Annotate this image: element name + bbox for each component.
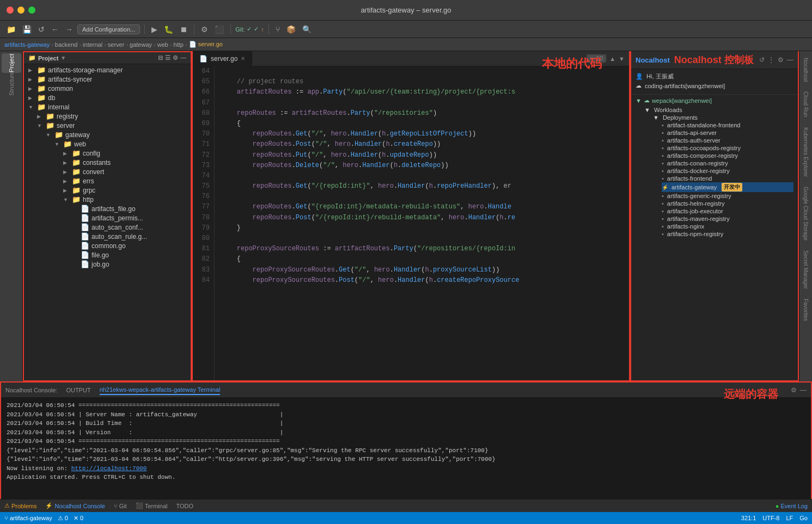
breadcrumb-http[interactable]: http bbox=[174, 41, 184, 48]
sidebar-tab-project[interactable]: Project bbox=[2, 53, 21, 73]
breadcrumb-server[interactable]: server bbox=[108, 41, 125, 48]
workloads-node[interactable]: ▼ Workloads bbox=[644, 106, 793, 114]
tree-item-artifacts-permis[interactable]: 📄 artifacts_permis... bbox=[24, 213, 191, 223]
tree-item-artifacts-file[interactable]: 📄 artifacts_file.go bbox=[24, 204, 191, 213]
tree-item-common-go[interactable]: 📄 common.go bbox=[24, 241, 191, 250]
localhost-link[interactable]: http://localhost:7000 bbox=[71, 465, 147, 472]
tree-item-constants[interactable]: ▶📁 constants bbox=[24, 158, 191, 167]
add-configuration-button[interactable]: Add Configuration... bbox=[77, 24, 140, 34]
terminal-line: Now listening on: http://localhost:7000 bbox=[7, 464, 805, 473]
dep-conan[interactable]: •artifacts-conan-registry bbox=[662, 159, 793, 167]
tree-item-config[interactable]: ▶📁 config bbox=[24, 149, 191, 158]
dep-artifact-standalone[interactable]: •artifact-standalone-frontend bbox=[662, 121, 793, 129]
tree-item-grpc[interactable]: ▶📁 grpc bbox=[24, 186, 191, 195]
dep-generic[interactable]: •artifacts-generic-registry bbox=[662, 192, 793, 200]
right-tab-favorites[interactable]: Favorites bbox=[802, 294, 810, 325]
terminal-tab[interactable]: ⬛ Terminal bbox=[136, 502, 168, 509]
tree-item-gateway[interactable]: ▼📁 gateway bbox=[24, 130, 191, 139]
dep-api-server[interactable]: •artifacts-api-server bbox=[662, 129, 793, 137]
right-tab-cloudrun[interactable]: Cloud Run bbox=[802, 87, 810, 121]
tree-item-db[interactable]: ▶📁 db bbox=[24, 93, 191, 102]
right-tab-secret[interactable]: Secret Manager bbox=[802, 246, 810, 293]
debug-icon[interactable]: 🐛 bbox=[162, 24, 175, 35]
tree-item-artifacts-syncer[interactable]: ▶📁 artifacts-syncer bbox=[24, 75, 191, 84]
todo-tab[interactable]: TODO bbox=[176, 503, 193, 509]
cluster-name[interactable]: ▼ ☁ wepack[wangzhenwei] bbox=[636, 97, 793, 104]
dep-nginx[interactable]: •artifacts-nginx bbox=[662, 223, 793, 230]
close-button[interactable] bbox=[7, 7, 14, 14]
tree-item-web[interactable]: ▼📁 web bbox=[24, 139, 191, 149]
hide-icon[interactable]: — bbox=[800, 386, 807, 394]
settings-icon[interactable]: ☰ bbox=[165, 54, 170, 61]
expand-icon[interactable]: — bbox=[180, 54, 186, 61]
file-tree-header: 📁 Project ▼ ⊟ ☰ ⚙ — bbox=[24, 52, 191, 64]
tree-item-auto-scan-rule[interactable]: 📄 auto_scan_rule.g... bbox=[24, 232, 191, 241]
dep-cocoapods[interactable]: •artifacts-cocoapods-registry bbox=[662, 144, 793, 152]
collapse-icon[interactable]: — bbox=[787, 56, 793, 64]
breadcrumb-internal[interactable]: internal bbox=[83, 41, 102, 48]
tree-item-convert[interactable]: ▶📁 convert bbox=[24, 167, 191, 176]
refresh-icon[interactable]: ↺ bbox=[36, 24, 47, 35]
tree-item-common[interactable]: ▶📁 common bbox=[24, 84, 191, 93]
tree-item-artifacts-storage[interactable]: ▶📁 artifacts-storage-manager bbox=[24, 65, 191, 75]
tree-item-job-go[interactable]: 📄 job.go bbox=[24, 260, 191, 269]
breadcrumb-artifacts-gateway[interactable]: artifacts-gateway bbox=[4, 41, 50, 48]
scroll-down-icon[interactable]: ▼ bbox=[619, 56, 625, 62]
save-icon[interactable]: 💾 bbox=[20, 24, 34, 35]
nocalhost-console-tab[interactable]: ⚡ Nocalhost Console bbox=[45, 502, 105, 509]
terminal-content[interactable]: 2021/03/04 06:50:54 ====================… bbox=[1, 398, 811, 511]
scroll-up-icon[interactable]: ▲ bbox=[609, 56, 615, 62]
search-toolbar-icon[interactable]: 🔍 bbox=[300, 24, 314, 35]
tree-item-registry[interactable]: ▶📁 registry bbox=[24, 112, 191, 121]
right-tab-gcs[interactable]: Google Cloud Storage bbox=[802, 182, 810, 245]
bottom-tab-terminal[interactable]: nh21ekws-wepack-artifacts-gateway Termin… bbox=[100, 385, 221, 395]
settings-icon[interactable]: ⚙ bbox=[199, 24, 210, 35]
stop-icon[interactable]: ⏹ bbox=[178, 24, 190, 35]
bottom-tab-output[interactable]: OUTPUT bbox=[66, 386, 90, 394]
gear-icon[interactable]: ⚙ bbox=[778, 56, 784, 64]
breadcrumb-gateway[interactable]: gateway bbox=[130, 41, 152, 48]
right-tab-nocalhost[interactable]: Nocalhost bbox=[802, 53, 810, 86]
tree-item-errs[interactable]: ▶📁 errs bbox=[24, 176, 191, 186]
sidebar-tab-structure[interactable]: Structure bbox=[2, 74, 21, 94]
git-tab[interactable]: ⑂ Git bbox=[114, 503, 127, 509]
dep-helm[interactable]: •artifacts-helm-registry bbox=[662, 200, 793, 207]
tree-item-server[interactable]: ▼📁 server bbox=[24, 121, 191, 130]
tree-item-auto-scan-conf[interactable]: 📄 auto_scan_conf... bbox=[24, 223, 191, 232]
dep-composer[interactable]: •artifacts-composer-registry bbox=[662, 152, 793, 159]
collapse-icon[interactable]: ⊟ bbox=[158, 54, 163, 61]
code-content[interactable]: 6465666768 6970717273 7475767778 7980818… bbox=[193, 66, 629, 380]
deployments-node[interactable]: ▼ Deployments bbox=[653, 114, 793, 121]
dep-job-executor[interactable]: •artifacts-job-executor bbox=[662, 207, 793, 215]
tree-item-internal[interactable]: ▼📁 internal bbox=[24, 102, 191, 112]
window-controls[interactable] bbox=[7, 7, 35, 14]
problems-tab[interactable]: ⚠ Problems bbox=[4, 502, 36, 509]
build-icon[interactable]: 📦 bbox=[284, 24, 298, 35]
forward-icon[interactable]: → bbox=[63, 24, 75, 35]
dep-gateway[interactable]: ⚡ artifacts-gateway 开发中 bbox=[662, 182, 793, 192]
editor-tab-servergo[interactable]: 📄 server.go ✕ bbox=[193, 51, 252, 66]
minimize-button[interactable] bbox=[17, 7, 25, 14]
dep-npm[interactable]: •artifacts-npm-registry bbox=[662, 230, 793, 238]
tab-close-icon[interactable]: ✕ bbox=[241, 56, 245, 61]
refresh-icon[interactable]: ↺ bbox=[759, 56, 765, 64]
vcs-icon[interactable]: ⑂ bbox=[273, 24, 282, 35]
tree-item-file-go[interactable]: 📄 file.go bbox=[24, 250, 191, 260]
breadcrumb-web[interactable]: web bbox=[157, 41, 168, 48]
dep-docker[interactable]: •artifacts-docker-registry bbox=[662, 167, 793, 175]
tree-item-http[interactable]: ▼📁 http bbox=[24, 195, 191, 204]
settings-icon[interactable]: ⚙ bbox=[791, 386, 797, 394]
maximize-button[interactable] bbox=[28, 7, 35, 14]
run-icon[interactable]: ▶ bbox=[149, 24, 160, 35]
terminal-icon[interactable]: ⬛ bbox=[212, 24, 226, 35]
folder-icon[interactable]: 📁 bbox=[4, 24, 18, 35]
gear-icon[interactable]: ⚙ bbox=[173, 54, 178, 61]
back-icon[interactable]: ← bbox=[49, 24, 61, 35]
breadcrumb-backend[interactable]: backend bbox=[55, 41, 78, 48]
dep-maven[interactable]: •artifacts-maven-registry bbox=[662, 215, 793, 223]
dep-auth-server[interactable]: •artifacts-auth-server bbox=[662, 137, 793, 144]
more-icon[interactable]: ⋮ bbox=[768, 56, 774, 64]
right-tab-k8s[interactable]: Kubernetes Explorer bbox=[802, 123, 810, 181]
event-log-tab[interactable]: ● Event Log bbox=[776, 503, 808, 509]
dep-frontend[interactable]: •artifacts-frontend bbox=[662, 175, 793, 182]
